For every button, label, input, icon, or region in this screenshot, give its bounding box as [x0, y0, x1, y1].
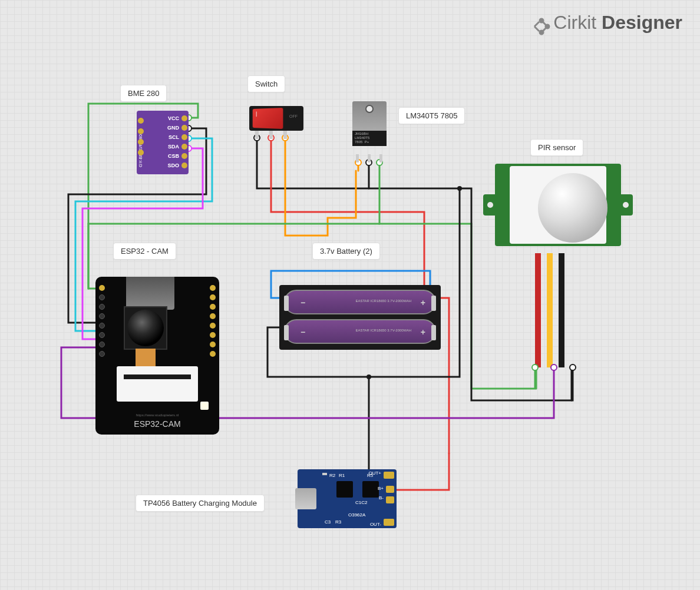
esp-url: https://www.studiopieters.nl: [95, 413, 219, 417]
label-regulator: LM340T5 7805: [398, 107, 465, 124]
svg-point-31: [570, 364, 576, 370]
logo-text: Cirkit Designer: [553, 12, 682, 33]
label-tp4056: TP4056 Battery Charging Module: [136, 495, 265, 512]
esp-board-name: ESP32-CAM: [95, 419, 219, 429]
bme-pin-gnd: GND: [167, 125, 179, 131]
tp-chip-label: O3962A: [348, 512, 365, 518]
battery-holder[interactable]: − + EASTAR ICR18650 3.7V-2000MAH − + EAS…: [279, 285, 441, 350]
label-battery: 3.7v Battery (2): [312, 243, 380, 260]
label-esp32: ESP32 - CAM: [113, 243, 176, 260]
rocker-switch[interactable]: | OFF: [249, 106, 303, 141]
svg-point-13: [366, 374, 371, 379]
bme-pin-scl: SCL: [169, 134, 179, 140]
bme-pin-vcc: VCC: [168, 115, 179, 121]
switch-rocker[interactable]: |: [253, 108, 283, 129]
svg-point-12: [457, 186, 462, 191]
label-pir: PIR sensor: [530, 139, 583, 156]
label-bme280: BME 280: [120, 85, 167, 102]
pir-dome-icon: [538, 173, 607, 243]
cirkit-logo: Cirkit Designer: [531, 12, 682, 36]
micro-usb-icon: [295, 488, 316, 509]
lm340-regulator[interactable]: JM16BH LM340T5 7805 P+: [352, 101, 387, 154]
label-switch: Switch: [247, 75, 285, 92]
regulator-marking: JM16BH LM340T5 7805 P+: [355, 132, 369, 145]
tp-bn: B-: [379, 495, 384, 500]
svg-line-3: [543, 22, 546, 25]
svg-rect-36: [283, 131, 287, 139]
bme-pin-csb: CSB: [168, 153, 179, 159]
camera-lens-icon: [127, 310, 164, 346]
tp4056-charger[interactable]: OUT+ OUT- B+ B- O3962A R2 R1 R5 C1C2 C3 …: [298, 469, 397, 528]
battery-cell-2: − + EASTAR ICR18650 3.7V-2000MAH: [284, 319, 436, 344]
battery-cell-1: − + EASTAR ICR18650 3.7V-2000MAH: [284, 290, 436, 314]
tp-outn: OUT-: [370, 522, 381, 527]
svg-rect-6: [547, 253, 553, 367]
bme-pin-sda: SDA: [168, 144, 179, 150]
svg-point-30: [551, 364, 557, 370]
bme280-sensor[interactable]: GY-BM E/P 280 VCC GND SCL SDA CSB SDO: [137, 111, 189, 174]
sd-slot-icon: [126, 277, 174, 310]
esp32-cam[interactable]: https://www.studiopieters.nl ESP32-CAM: [95, 277, 219, 435]
svg-rect-5: [535, 253, 541, 367]
svg-rect-7: [559, 253, 564, 367]
svg-rect-35: [269, 131, 273, 139]
pir-sensor[interactable]: [495, 164, 621, 270]
bme-pin-sdo: SDO: [167, 163, 179, 168]
svg-point-29: [532, 364, 538, 370]
tp-bp: B+: [378, 486, 384, 491]
svg-rect-34: [255, 131, 259, 139]
svg-line-4: [543, 28, 546, 31]
